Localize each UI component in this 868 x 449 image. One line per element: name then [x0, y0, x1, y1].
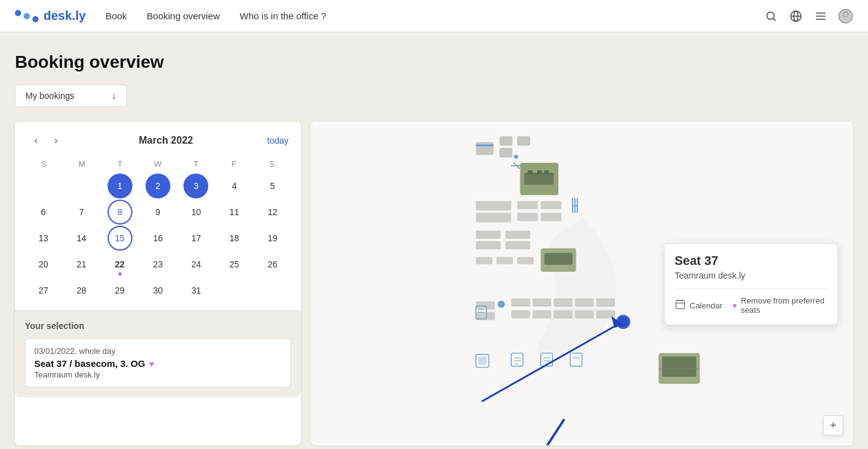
cal-day-24[interactable]: 24 [183, 252, 208, 277]
cal-day-28[interactable]: 28 [69, 278, 94, 303]
cal-day-19[interactable]: 19 [260, 226, 285, 251]
svg-rect-29 [541, 213, 561, 221]
cal-day-20[interactable]: 20 [31, 252, 56, 277]
svg-rect-26 [517, 201, 538, 209]
calendar-panel: ‹ › March 2022 today S M T W T F S [15, 122, 301, 445]
logo-text: desk.ly [44, 9, 86, 23]
svg-rect-20 [524, 173, 553, 185]
svg-rect-25 [476, 213, 511, 222]
svg-rect-40 [517, 257, 534, 264]
cal-day-16[interactable]: 16 [145, 226, 170, 251]
svg-rect-53 [554, 299, 573, 307]
calendar-days: 1 2 3 4 5 6 7 8 9 10 11 12 13 14 15 [25, 174, 291, 303]
selection-date: 03/01/2022, whole day [34, 346, 282, 356]
svg-rect-79 [676, 300, 685, 309]
cal-day-5[interactable]: 5 [260, 174, 285, 198]
cal-day-12[interactable]: 12 [260, 200, 285, 224]
my-bookings-filter[interactable]: My bookings ↓ [15, 85, 127, 107]
svg-line-1 [773, 18, 776, 21]
cal-day-26[interactable]: 26 [260, 252, 285, 277]
svg-rect-56 [511, 310, 530, 318]
svg-rect-12 [499, 136, 512, 146]
cal-day-21[interactable]: 21 [69, 252, 94, 277]
weekday-s1: S [25, 157, 63, 171]
nav-who-in-office[interactable]: Who is in the office ? [240, 11, 326, 21]
search-icon[interactable] [764, 9, 778, 24]
svg-point-50 [497, 300, 504, 307]
main-content: Booking overview My bookings ↓ ‹ › March… [0, 32, 868, 449]
svg-rect-36 [476, 241, 501, 249]
filter-arrow-icon: ↓ [111, 90, 116, 101]
svg-rect-27 [541, 201, 561, 209]
cal-day-11[interactable]: 11 [222, 200, 247, 224]
selection-seat: Seat 37 / basecom, 3. OG ♥ [34, 358, 282, 369]
svg-rect-22 [537, 170, 542, 174]
cal-day-10[interactable]: 10 [183, 200, 208, 224]
popup-calendar-action[interactable]: Calendar [675, 299, 723, 312]
popup-remove-action[interactable]: ♥ Remove from preferred seats [732, 296, 828, 315]
cal-day-empty4 [260, 278, 285, 303]
svg-rect-38 [476, 257, 492, 264]
logo-icon [15, 10, 39, 22]
cal-day-2[interactable]: 2 [145, 174, 170, 198]
cal-day-9[interactable]: 9 [145, 200, 170, 224]
header-actions [764, 9, 853, 24]
seat-popup: Seat 37 Teamraum desk.ly Calendar ♥ Remo… [664, 243, 838, 325]
calendar-today-btn[interactable]: today [267, 136, 289, 146]
selection-panel: Your selection 03/01/2022, whole day Sea… [15, 310, 301, 397]
weekday-f: F [215, 157, 253, 171]
calendar-weekdays: S M T W T F S [25, 157, 291, 171]
cal-day-8[interactable]: 8 [108, 200, 132, 224]
heart-icon: ♥ [149, 359, 154, 369]
cal-day-29[interactable]: 29 [108, 278, 132, 303]
svg-rect-24 [476, 201, 511, 210]
weekday-t2: T [177, 157, 215, 171]
user-avatar[interactable] [838, 9, 853, 24]
svg-rect-45 [476, 301, 494, 309]
cal-day-25[interactable]: 25 [222, 252, 247, 277]
weekday-m: M [63, 157, 101, 171]
zoom-in-button[interactable]: + [823, 415, 843, 435]
svg-rect-11 [476, 142, 493, 155]
cal-day-23[interactable]: 23 [145, 252, 170, 277]
svg-rect-37 [506, 241, 530, 249]
svg-point-9 [843, 12, 848, 17]
cal-day-15[interactable]: 15 [108, 226, 132, 251]
logo[interactable]: desk.ly [15, 9, 86, 23]
svg-rect-39 [497, 257, 514, 264]
svg-point-0 [767, 12, 774, 19]
svg-rect-34 [476, 231, 501, 239]
cal-day-empty3 [222, 278, 247, 303]
calendar-prev-btn[interactable]: ‹ [27, 132, 45, 149]
cal-day-3[interactable]: 3 [183, 174, 208, 198]
popup-heart-icon: ♥ [732, 301, 737, 310]
cal-day-13[interactable]: 13 [31, 226, 56, 251]
cal-day-31[interactable]: 31 [183, 278, 208, 303]
calendar-next-btn[interactable]: › [47, 132, 65, 149]
map-panel: Seat 37 Teamraum desk.ly Calendar ♥ Remo… [311, 122, 853, 445]
cal-day-17[interactable]: 17 [183, 226, 208, 251]
cal-day-18[interactable]: 18 [222, 226, 247, 251]
svg-point-16 [514, 154, 519, 159]
calendar-action-label: Calendar [690, 301, 723, 310]
cal-day-27[interactable]: 27 [31, 278, 56, 303]
cal-day-7[interactable]: 7 [69, 200, 94, 224]
cal-day-22[interactable]: 22 [108, 252, 132, 277]
cal-day-14[interactable]: 14 [69, 226, 94, 251]
cal-day-30[interactable]: 30 [145, 278, 170, 303]
remove-action-label: Remove from preferred seats [741, 296, 828, 315]
nav-booking-overview[interactable]: Booking overview [147, 11, 220, 21]
svg-rect-13 [517, 136, 530, 146]
cal-day-empty2 [69, 174, 94, 198]
cal-day-1[interactable]: 1 [108, 174, 132, 198]
cal-day-empty1 [31, 174, 56, 198]
nav-book[interactable]: Book [106, 11, 127, 21]
globe-icon[interactable] [788, 9, 803, 24]
weekday-t1: T [101, 157, 139, 171]
svg-rect-62 [478, 357, 486, 365]
weekday-s2: S [253, 157, 291, 171]
menu-icon[interactable] [813, 9, 828, 24]
cal-day-4[interactable]: 4 [222, 174, 247, 198]
selection-room: Teamraum desk.ly [34, 370, 282, 379]
cal-day-6[interactable]: 6 [31, 200, 56, 224]
